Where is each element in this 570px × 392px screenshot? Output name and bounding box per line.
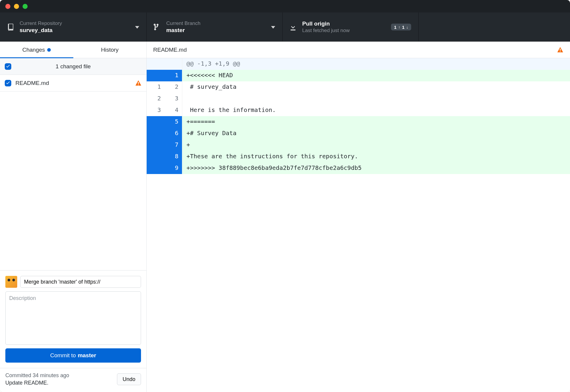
gutter-old: 3 — [147, 105, 164, 116]
diff-code: + — [182, 139, 570, 151]
titlebar — [0, 0, 570, 12]
tab-changes-label: Changes — [22, 47, 45, 53]
close-window-button[interactable] — [5, 4, 10, 9]
repo-icon — [7, 23, 14, 31]
sidebar-tabs: Changes History — [0, 42, 146, 58]
pull-count-badge: 1↑ 1↓ — [391, 23, 411, 30]
commit-footer: Committed 34 minutes ago Update README. … — [0, 368, 146, 392]
gutter-new: 3 — [164, 93, 182, 105]
diff-line[interactable]: 6+# Survey Data — [147, 128, 570, 139]
diff-code: +# Survey Data — [182, 128, 570, 139]
diff-line[interactable]: 9+>>>>>>> 38f889bec8e6ba9eda2b7fe7d778cf… — [147, 162, 570, 174]
file-name: README.md — [15, 80, 131, 86]
diff-code: Here is the information. — [182, 105, 570, 116]
gutter-old — [147, 139, 164, 151]
maximize-window-button[interactable] — [23, 4, 28, 9]
minimize-window-button[interactable] — [14, 4, 19, 9]
changes-header: 1 changed file — [0, 58, 146, 75]
gutter-new: 1 — [164, 70, 182, 81]
diff-header: README.md — [147, 42, 570, 58]
sidebar: Changes History 1 changed file README.md — [0, 42, 147, 392]
diff-code: +These are the instructions for this rep… — [182, 151, 570, 162]
diff-file-title: README.md — [153, 47, 553, 53]
gutter-new — [164, 58, 182, 70]
toolbar: Current Repository survey_data Current B… — [0, 12, 570, 42]
gutter-new: 6 — [164, 128, 182, 139]
tab-changes[interactable]: Changes — [0, 42, 73, 58]
changes-count: 1 changed file — [5, 63, 142, 70]
changed-file-row[interactable]: README.md — [0, 75, 146, 91]
diff-line[interactable]: 5+======= — [147, 116, 570, 128]
gutter-old — [147, 151, 164, 162]
download-icon — [289, 23, 297, 31]
gutter-old — [147, 58, 164, 70]
diff-line[interactable]: 7+ — [147, 139, 570, 151]
last-commit-msg: Update README. — [5, 380, 113, 386]
gutter-old — [147, 116, 164, 128]
diff-line[interactable]: @@ -1,3 +1,9 @@ — [147, 58, 570, 70]
gutter-new: 5 — [164, 116, 182, 128]
branch-label: Current Branch — [166, 20, 200, 26]
commit-form: Commit to master — [0, 270, 146, 368]
arrow-down-icon: ↓ — [406, 25, 408, 29]
pull-label: Pull origin — [302, 20, 350, 27]
tab-history-label: History — [101, 47, 118, 53]
commit-btn-prefix: Commit to — [50, 352, 76, 359]
gutter-new: 8 — [164, 151, 182, 162]
commit-summary-input[interactable] — [20, 276, 141, 288]
branch-icon — [153, 23, 161, 31]
app-window: Current Repository survey_data Current B… — [0, 0, 570, 392]
diff-line[interactable]: 34 Here is the information. — [147, 105, 570, 116]
repo-selector[interactable]: Current Repository survey_data — [0, 12, 147, 41]
diff-code: # survey_data — [182, 81, 570, 93]
badge-down-count: 1 — [402, 24, 404, 29]
arrow-up-icon: ↑ — [398, 25, 400, 29]
sidebar-spacer — [0, 91, 146, 270]
body: Changes History 1 changed file README.md — [0, 42, 570, 392]
repo-label: Current Repository — [20, 20, 62, 26]
gutter-new: 7 — [164, 139, 182, 151]
diff-line[interactable]: 23 — [147, 93, 570, 105]
diff-code: +>>>>>>> 38f889bec8e6ba9eda2b7fe7d778cfb… — [182, 162, 570, 174]
pull-sublabel: Last fetched just now — [302, 28, 350, 34]
diff-code — [182, 93, 570, 105]
branch-selector[interactable]: Current Branch master — [147, 12, 283, 41]
gutter-old — [147, 162, 164, 174]
gutter-new: 9 — [164, 162, 182, 174]
diff-body[interactable]: @@ -1,3 +1,9 @@1+<<<<<<< HEAD12 # survey… — [147, 58, 570, 392]
conflict-warning-icon — [135, 80, 142, 86]
file-checkbox[interactable] — [5, 80, 11, 86]
diff-code: +<<<<<<< HEAD — [182, 70, 570, 81]
window-controls — [5, 4, 28, 9]
diff-line[interactable]: 12 # survey_data — [147, 81, 570, 93]
gutter-new: 2 — [164, 81, 182, 93]
diff-panel: README.md @@ -1,3 +1,9 @@1+<<<<<<< HEAD1… — [147, 42, 570, 392]
conflict-warning-icon — [557, 47, 563, 53]
chevron-down-icon — [271, 24, 275, 30]
gutter-old — [147, 128, 164, 139]
gutter-old — [147, 70, 164, 81]
branch-value: master — [166, 27, 200, 34]
diff-line[interactable]: 8+These are the instructions for this re… — [147, 151, 570, 162]
avatar — [5, 276, 17, 288]
undo-button[interactable]: Undo — [117, 373, 141, 385]
diff-code: +======= — [182, 116, 570, 128]
diff-line[interactable]: 1+<<<<<<< HEAD — [147, 70, 570, 81]
commit-btn-branch: master — [78, 352, 96, 359]
gutter-new: 4 — [164, 105, 182, 116]
gutter-old: 1 — [147, 81, 164, 93]
badge-up-count: 1 — [394, 24, 396, 29]
commit-button[interactable]: Commit to master — [5, 348, 141, 363]
tab-history[interactable]: History — [73, 42, 147, 58]
diff-code: @@ -1,3 +1,9 @@ — [182, 58, 570, 70]
commit-description-input[interactable] — [5, 291, 141, 345]
last-commit-time: Committed 34 minutes ago — [5, 372, 113, 379]
changes-indicator-dot — [47, 48, 51, 52]
gutter-old: 2 — [147, 93, 164, 105]
repo-value: survey_data — [20, 27, 62, 34]
chevron-down-icon — [135, 24, 139, 30]
pull-origin-button[interactable]: Pull origin Last fetched just now 1↑ 1↓ — [283, 12, 419, 41]
